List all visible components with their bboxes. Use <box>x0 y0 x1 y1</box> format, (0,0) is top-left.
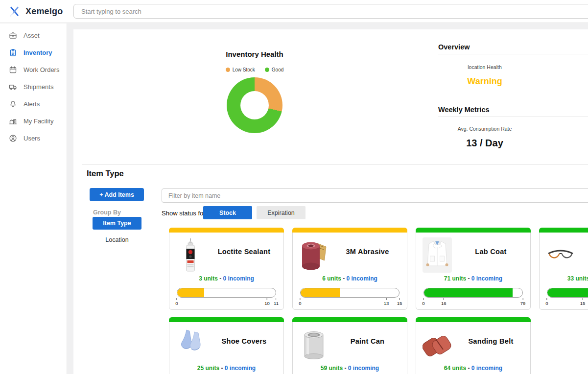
vertical-divider <box>152 184 152 374</box>
add-items-button[interactable]: + Add Items <box>90 188 144 201</box>
stock-level-fill <box>547 288 588 297</box>
safety-glasses-image <box>546 237 575 273</box>
tick-mark <box>522 298 523 300</box>
item-card-paint-can[interactable]: Paint Can59 units - 0 incoming <box>292 317 407 374</box>
item-stock-summary: 6 units - 0 incoming <box>293 275 407 282</box>
legend-label: Low Stock <box>233 67 255 72</box>
units-separator: - <box>341 275 347 282</box>
sidebar-item-inventory[interactable]: Inventory <box>0 44 67 61</box>
legend-item-good: Good <box>265 67 283 72</box>
units-count: 64 units <box>444 365 466 372</box>
stock-bar-ticks: 01679 <box>423 298 523 307</box>
item-filter-input[interactable] <box>162 188 588 203</box>
paint-can-image <box>299 327 329 362</box>
legend-item-low-stock: Low Stock <box>226 67 255 72</box>
stock-bar-ticks: 01011 <box>177 298 276 307</box>
location-health-label: location Health <box>438 64 531 70</box>
tick-label: 0 <box>299 301 301 306</box>
units-count: 59 units <box>321 365 343 372</box>
inventory-health-title: Inventory Health <box>206 50 304 58</box>
weekly-metrics-title: Weekly Metrics <box>438 106 490 114</box>
legend-label: Good <box>272 67 283 72</box>
status-button-expiration[interactable]: Expiration <box>257 206 306 219</box>
global-search-input[interactable] <box>73 4 588 19</box>
item-card-lab-coat[interactable]: Lab Coat71 units - 0 incoming01679 <box>416 228 531 310</box>
tick-label: 0 <box>422 301 424 306</box>
units-count: 25 units <box>197 365 219 372</box>
units-count: 33 units <box>567 275 588 282</box>
tick-label: 79 <box>520 301 526 306</box>
truck-icon <box>9 83 17 91</box>
incoming-count: 0 incoming <box>347 275 377 282</box>
tick-label: 11 <box>274 301 279 306</box>
group-by-options: Item TypeLocation <box>93 217 141 250</box>
item-name: Loctite Sealant <box>208 248 281 256</box>
sidebar-item-alerts[interactable]: Alerts <box>0 95 67 113</box>
consumption-rate-value: 13 / Day <box>438 138 531 149</box>
card-status-bar <box>169 228 284 233</box>
tick-mark <box>583 298 583 300</box>
item-stock-summary: 3 units - 0 incoming <box>169 275 283 282</box>
tick-0: 0 <box>545 298 548 306</box>
incoming-count: 0 incoming <box>471 365 502 372</box>
stock-level-fill <box>177 288 204 297</box>
stock-level-bar <box>177 288 276 298</box>
sidebar-item-label: Work Orders <box>24 66 59 73</box>
units-count: 6 units <box>322 275 341 282</box>
sidebar-item-my-facility[interactable]: My Facility <box>0 113 67 130</box>
bell-icon <box>9 100 17 108</box>
overview-title: Overview <box>438 43 470 51</box>
card-status-bar <box>416 317 531 322</box>
item-type-section-title: Item Type <box>87 169 124 178</box>
item-name: Sanding Belt <box>454 337 527 345</box>
sidebar-item-users[interactable]: Users <box>0 130 67 147</box>
item-card-sanding-belt[interactable]: Sanding Belt64 units - 0 incoming <box>416 317 531 374</box>
tick-mark <box>546 298 547 300</box>
factory-icon <box>9 117 17 125</box>
tick-0: 0 <box>299 298 301 306</box>
units-separator: - <box>466 275 471 282</box>
sidebar-item-label: Asset <box>24 32 40 39</box>
sidebar-item-label: Inventory <box>24 49 52 56</box>
item-stock-summary: 25 units - 0 incoming <box>169 365 283 372</box>
item-stock-summary: 33 units - 0 incoming <box>540 275 588 282</box>
app-logo: Xemelgo <box>8 0 63 23</box>
card-status-bar <box>292 228 407 233</box>
sidebar-item-asset[interactable]: Asset <box>0 27 67 44</box>
group-option-location[interactable]: Location <box>93 234 141 246</box>
group-option-item-type[interactable]: Item Type <box>93 217 141 230</box>
stock-level-fill <box>424 288 513 297</box>
inventory-health-legend: Low StockGood <box>186 67 323 72</box>
item-stock-summary: 64 units - 0 incoming <box>416 365 530 372</box>
sidebar-item-label: Alerts <box>24 100 40 108</box>
weekly-metrics-divider <box>438 117 588 117</box>
legend-dot <box>226 68 230 72</box>
card-status-bar <box>539 228 588 233</box>
units-separator: - <box>219 365 225 372</box>
tick-mark <box>176 298 177 300</box>
card-status-bar <box>416 228 531 233</box>
xemelgo-logo-icon <box>8 5 21 18</box>
abrasive-roll-image <box>299 237 329 273</box>
units-count: 3 units <box>199 275 218 282</box>
tick-mark <box>276 298 277 300</box>
tick-0: 0 <box>175 298 178 306</box>
sidebar-item-shipments[interactable]: Shipments <box>0 78 67 95</box>
item-card-3m-abrasive[interactable]: 3M Abrasive6 units - 0 incoming01315 <box>292 228 407 310</box>
item-card-shoe-covers[interactable]: Shoe Covers25 units - 0 incoming <box>169 317 284 374</box>
tick-16: 16 <box>441 298 447 306</box>
card-status-bar <box>292 317 407 322</box>
tick-label: 0 <box>175 301 178 306</box>
card-status-bar <box>169 317 284 322</box>
tick-mark <box>444 298 444 300</box>
tick-label: 16 <box>441 301 447 306</box>
section-divider <box>82 164 588 165</box>
item-card-loctite-sealant[interactable]: Loctite Sealant3 units - 0 incoming01011 <box>169 228 284 310</box>
inventory-health-donut-chart <box>227 77 282 133</box>
incoming-count: 0 incoming <box>348 365 379 372</box>
sidebar-item-work-orders[interactable]: Work Orders <box>0 61 67 78</box>
sidebar-item-label: Users <box>24 135 40 142</box>
tick-13: 13 <box>384 298 389 306</box>
item-card-safety-glasses[interactable]: Safety Glasses33 units - 0 incoming015 <box>539 228 588 310</box>
status-button-stock[interactable]: Stock <box>203 206 252 219</box>
